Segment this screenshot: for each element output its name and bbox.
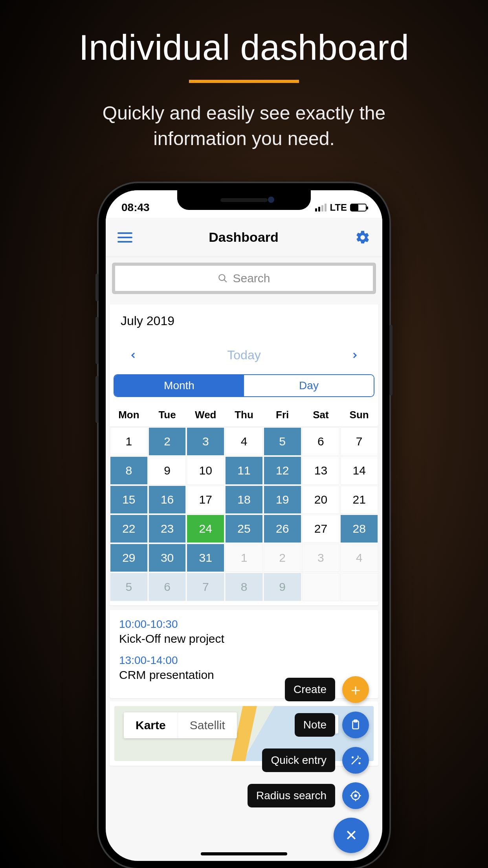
phone-notch <box>177 190 311 210</box>
menu-icon[interactable] <box>117 232 132 243</box>
calendar-day[interactable]: 14 <box>340 456 378 485</box>
calendar-card: July 2019 Today Month Day MonTueWedThuFr… <box>110 304 378 605</box>
nav-bar: Dashboard <box>106 218 382 257</box>
calendar-day[interactable]: 7 <box>340 427 378 456</box>
fab-row-radius: Radius search <box>248 782 369 809</box>
calendar-day[interactable]: 29 <box>110 544 148 572</box>
calendar-month-label: July 2019 <box>110 304 378 344</box>
calendar-day[interactable]: 1 <box>225 544 263 572</box>
promo-subtitle-line1: Quickly and easily see exactly the <box>103 103 385 123</box>
calendar-day[interactable]: 23 <box>149 515 186 543</box>
fab-label-note: Note <box>295 713 335 737</box>
calendar-day[interactable]: 17 <box>187 485 224 514</box>
calendar-day[interactable]: 5 <box>110 573 148 601</box>
promo-subtitle-line2: information you need. <box>153 128 335 149</box>
segment-day[interactable]: Day <box>244 375 374 396</box>
calendar-day[interactable]: 16 <box>149 485 186 514</box>
calendar-day[interactable]: 3 <box>187 427 224 456</box>
promo-title: Individual dashboard <box>0 0 488 68</box>
gear-icon[interactable] <box>355 230 371 245</box>
chevron-left-icon <box>128 351 138 360</box>
segment-month[interactable]: Month <box>114 375 244 396</box>
event-title: Kick-Off new project <box>119 632 369 645</box>
calendar-day[interactable]: 9 <box>264 573 301 601</box>
calendar-day[interactable]: 13 <box>302 456 340 485</box>
calendar-day[interactable]: 8 <box>110 456 148 485</box>
calendar-today-button[interactable]: Today <box>227 348 261 362</box>
calendar-day[interactable] <box>340 573 378 601</box>
calendar-day[interactable]: 18 <box>225 485 263 514</box>
calendar-day[interactable]: 4 <box>225 427 263 456</box>
calendar-day[interactable]: 2 <box>264 544 301 572</box>
calendar-week-row: 891011121314 <box>110 456 378 485</box>
fab-note-button[interactable] <box>342 712 369 738</box>
calendar-day[interactable]: 9 <box>149 456 186 485</box>
calendar-day[interactable]: 11 <box>225 456 263 485</box>
event-item[interactable]: 10:00-10:30 Kick-Off new project <box>119 618 369 645</box>
search-icon <box>218 273 228 283</box>
calendar-weekday: Mon <box>110 403 148 427</box>
fab-row-close: ✕ <box>334 818 369 853</box>
svg-line-1 <box>224 280 227 282</box>
calendar-weekday: Wed <box>186 403 225 427</box>
calendar-day[interactable]: 19 <box>264 485 301 514</box>
calendar-day[interactable]: 5 <box>264 427 301 456</box>
calendar-day[interactable]: 6 <box>302 427 340 456</box>
fab-quick-button[interactable] <box>342 747 369 774</box>
calendar-weekday: Fri <box>263 403 302 427</box>
calendar-day[interactable]: 28 <box>340 515 378 543</box>
calendar-day[interactable]: 25 <box>225 515 263 543</box>
svg-line-4 <box>352 758 359 765</box>
calendar-prev-button[interactable] <box>128 351 138 360</box>
calendar-day[interactable]: 3 <box>302 544 340 572</box>
calendar-day[interactable]: 27 <box>302 515 340 543</box>
calendar-weekday: Sat <box>302 403 340 427</box>
search-input[interactable]: Search <box>112 263 376 294</box>
calendar-day[interactable]: 4 <box>340 544 378 572</box>
calendar-week-row: 2930311234 <box>110 543 378 572</box>
calendar-grid: 1234567891011121314151617181920212223242… <box>110 427 378 601</box>
calendar-day[interactable]: 30 <box>149 544 186 572</box>
svg-point-7 <box>352 757 353 758</box>
calendar-day[interactable]: 12 <box>264 456 301 485</box>
calendar-day[interactable] <box>302 573 340 601</box>
svg-line-6 <box>360 758 361 759</box>
calendar-weekday-row: MonTueWedThuFriSatSun <box>110 403 378 427</box>
fab-label-create: Create <box>285 678 335 701</box>
calendar-day[interactable]: 22 <box>110 515 148 543</box>
calendar-week-row: 22232425262728 <box>110 514 378 543</box>
map-tab-karte[interactable]: Karte <box>124 712 178 738</box>
calendar-next-button[interactable] <box>350 351 360 360</box>
search-container: Search <box>106 257 382 300</box>
carrier-label: LTE <box>330 202 347 213</box>
wand-icon <box>350 754 361 766</box>
phone-screen: 08:43 LTE Dashboard Search <box>106 190 382 861</box>
phone-side-button <box>95 376 99 423</box>
calendar-day[interactable]: 10 <box>187 456 224 485</box>
calendar-day[interactable]: 24 <box>187 515 224 543</box>
calendar-day[interactable]: 21 <box>340 485 378 514</box>
calendar-day[interactable]: 1 <box>110 427 148 456</box>
fab-close-button[interactable]: ✕ <box>334 818 369 853</box>
calendar-view-segment: Month Day <box>114 374 374 397</box>
calendar-day[interactable]: 26 <box>264 515 301 543</box>
calendar-day[interactable]: 7 <box>187 573 224 601</box>
svg-line-5 <box>358 756 359 757</box>
target-icon <box>350 790 361 802</box>
calendar-weekday: Tue <box>148 403 187 427</box>
status-time: 08:43 <box>121 201 150 214</box>
calendar-weekday: Sun <box>340 403 378 427</box>
map-type-toggle: Karte Satellit <box>124 712 237 738</box>
calendar-day[interactable]: 6 <box>149 573 186 601</box>
event-time: 13:00-14:00 <box>119 654 369 667</box>
battery-icon <box>350 204 367 211</box>
calendar-day[interactable]: 8 <box>225 573 263 601</box>
calendar-day[interactable]: 20 <box>302 485 340 514</box>
fab-radius-button[interactable] <box>342 782 369 809</box>
calendar-day[interactable]: 2 <box>149 427 186 456</box>
calendar-day[interactable]: 15 <box>110 485 148 514</box>
calendar-day[interactable]: 31 <box>187 544 224 572</box>
fab-create-button[interactable]: ＋ <box>342 676 369 703</box>
map-tab-satellit[interactable]: Satellit <box>178 712 237 738</box>
svg-point-8 <box>359 763 360 764</box>
